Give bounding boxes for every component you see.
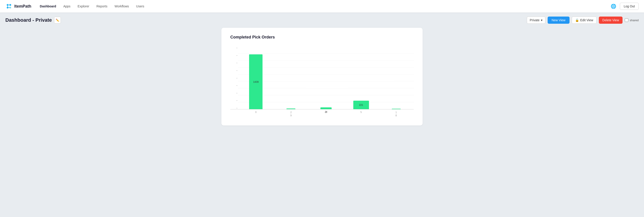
bar-29 (286, 108, 296, 109)
bar-1: 24 (320, 108, 332, 109)
nav-links: Dashboard Apps Explorer Reports Workflow… (37, 3, 611, 10)
shared-checkbox[interactable] (625, 18, 628, 22)
bar-group-1: 24 (308, 47, 344, 109)
navbar: ItemPath Dashboard Apps Explorer Reports… (0, 0, 644, 12)
x-label-29: 2 9 (274, 111, 308, 117)
y-label: – (236, 84, 238, 86)
y-label: – (236, 62, 238, 64)
page-actions: Private ▾ New View 🔒 Edit View Delete Vi… (527, 16, 639, 24)
y-label: – (236, 99, 238, 102)
nav-users[interactable]: Users (133, 3, 148, 10)
pencil-icon: ✏️ (56, 18, 59, 22)
brand: ItemPath (5, 3, 31, 10)
y-label: – (236, 107, 238, 109)
x-label-18: 1 8 (378, 111, 414, 117)
logout-button[interactable]: Log Out (620, 3, 639, 10)
nav-reports[interactable]: Reports (93, 3, 110, 10)
bar-label-0: 1439 (253, 80, 258, 83)
y-axis-labels: – – – – – – – – – (230, 47, 238, 109)
x-label-5: 5 (344, 111, 378, 117)
nav-dashboard[interactable]: Dashboard (37, 3, 59, 10)
y-label: – (236, 92, 238, 94)
nav-workflows[interactable]: Workflows (111, 3, 132, 10)
bar-group-18 (378, 47, 414, 109)
bar-18 (392, 109, 401, 109)
y-label: – (236, 54, 238, 56)
bar-chart: – – – – – – – – – (230, 47, 414, 118)
nav-apps[interactable]: Apps (60, 3, 74, 10)
delete-view-button[interactable]: Delete View (599, 16, 622, 24)
new-view-button[interactable]: New View (548, 16, 570, 24)
private-dropdown[interactable]: Private ▾ (527, 16, 546, 24)
y-label: – (236, 47, 238, 49)
chevron-down-icon: ▾ (541, 18, 542, 22)
y-label: – (236, 69, 238, 72)
bar-label-1: 24 (325, 111, 327, 113)
navbar-right: 🌐 Log Out (611, 3, 639, 10)
x-axis-labels: 0 2 9 1 5 1 8 (230, 111, 414, 117)
page-header: Dashboard - Private ✏️ Private ▾ New Vie… (0, 12, 644, 28)
page-title: Dashboard - Private (5, 17, 52, 23)
brand-name: ItemPath (14, 4, 31, 9)
bar-0: 1439 (249, 54, 262, 109)
bar-group-0: 1439 (238, 47, 274, 109)
bar-label-5: 221 (359, 104, 363, 106)
edit-view-button[interactable]: 🔒 Edit View (572, 16, 596, 24)
edit-view-label: Edit View (580, 18, 593, 22)
chart-title: Completed Pick Orders (230, 35, 414, 40)
y-label: – (236, 77, 238, 79)
main-content: Completed Pick Orders – – – – – – – – – (0, 28, 644, 131)
bars-wrapper: 1439 24 (238, 47, 414, 109)
nav-explorer[interactable]: Explorer (74, 3, 92, 10)
brand-logo-icon (5, 3, 12, 10)
bar-group-5: 221 (344, 47, 378, 109)
x-label-0: 0 (238, 111, 274, 117)
page-title-area: Dashboard - Private ✏️ (5, 17, 527, 24)
shared-toggle[interactable]: shared (625, 18, 639, 22)
private-label: Private (530, 18, 540, 22)
chart-area: – – – – – – – – – (230, 47, 414, 110)
chart-card: Completed Pick Orders – – – – – – – – – (222, 28, 422, 126)
edit-title-button[interactable]: ✏️ (54, 17, 61, 24)
lock-icon: 🔒 (575, 18, 579, 22)
globe-icon[interactable]: 🌐 (611, 4, 616, 9)
shared-label: shared (630, 18, 639, 22)
bar-group-29 (274, 47, 308, 109)
bar-5: 221 (353, 101, 369, 109)
